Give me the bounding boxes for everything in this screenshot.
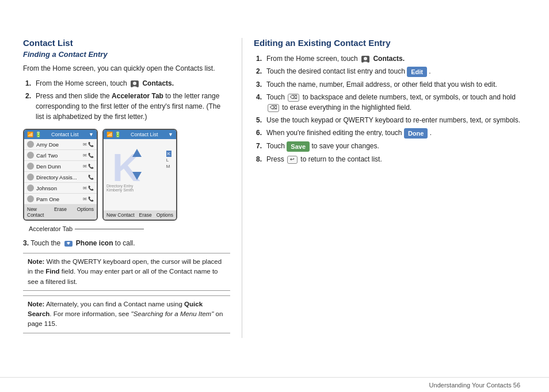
r-step6-period: . — [430, 129, 432, 137]
screens-area: 📶 🔋 Contact List ▼ Amy Doe ✉ 📞 Carl Two … — [23, 129, 230, 221]
r-step1-text-before: From the Home screen, touch — [266, 55, 360, 63]
avatar-2 — [27, 152, 34, 159]
r-step4-text-mid: to backspace and delete numbers, text, o… — [303, 93, 516, 101]
r-step7-text-after: to save your changes. — [311, 142, 379, 150]
left-sub-title: Finding a Contact Entry — [23, 50, 230, 59]
step1-text-before: From the Home screen, touch — [36, 79, 129, 87]
note1-text: With the QWERTY keyboard open, the curso… — [28, 258, 222, 285]
right-step-2: 2. Touch the desired contact list entry … — [254, 66, 526, 77]
note-box-2: Note: Alternately, you can find a Contac… — [23, 295, 230, 333]
avatar-6 — [27, 195, 34, 202]
right-step-num-1: 1. — [256, 53, 262, 64]
right-step-5: 5. Use the touch keypad or QWERTY keyboa… — [254, 115, 526, 125]
screen1-row-6: Pam One ✉ 📞 — [24, 194, 97, 205]
edit-button-inline: Edit — [407, 67, 427, 78]
r-step1-contacts-label: Contacts. — [373, 55, 405, 63]
r-step7-text-before: Touch — [266, 142, 287, 150]
screen1-row-4: Directory Assis... 📞 — [24, 172, 97, 183]
screen1-title: Contact List — [51, 132, 79, 137]
right-step-num-8: 8. — [256, 154, 262, 164]
screen1-btn-options: Options — [77, 206, 94, 218]
right-column: Editing an Existing Contact Entry 1. Fro… — [242, 38, 526, 338]
right-steps-list: 1. From the Home screen, touch Contacts.… — [254, 53, 526, 164]
step3-area: 3. Touch the Phone icon to call. — [23, 238, 230, 248]
right-step-4: 4. Touch ⌫ to backspace and delete numbe… — [254, 92, 526, 113]
screen1-bottom-bar: NewContact Erase Options — [24, 205, 97, 220]
left-steps-list: 1. From the Home screen, touch Contacts.… — [23, 78, 230, 122]
save-button-inline: Save — [287, 141, 310, 152]
right-step-num-2: 2. — [256, 66, 262, 76]
icons-6: ✉ 📞 — [83, 197, 94, 202]
right-step-3: 3. Touch the name, number, Email address… — [254, 79, 526, 90]
right-section-title: Editing an Existing Contact Entry — [254, 38, 526, 48]
r-contacts-icon-1 — [361, 55, 370, 64]
screen2-bottom-bar: New Contact Erase Options — [104, 210, 176, 220]
left-column: Contact List Finding a Contact Entry Fro… — [23, 38, 242, 338]
name-5: Johnson — [36, 185, 83, 191]
screen1-row-3: Den Dunn ✉ 📞 — [24, 161, 97, 172]
right-step-6: 6. When you're finished editing the entr… — [254, 128, 526, 139]
r-step4-text-before: Touch — [266, 93, 287, 101]
footer-text: Understanding Your Contacts 56 — [429, 382, 520, 389]
r-step6-text-before: When you're finished editing the entry, … — [266, 129, 404, 137]
right-step-num-3: 3. — [256, 79, 262, 90]
phone-screen-1: 📶 🔋 Contact List ▼ Amy Doe ✉ 📞 Carl Two … — [23, 129, 98, 221]
accelerator-tab-label: Accelerator Tab — [23, 225, 230, 232]
icons-3: ✉ 📞 — [83, 164, 94, 169]
name-2: Carl Two — [36, 152, 83, 159]
step3-num: 3. — [23, 239, 29, 247]
icons-1: ✉ 📞 — [83, 142, 94, 147]
step3-phone-icon-desc: Phone icon to call. — [76, 239, 135, 247]
note2-label: Note: — [28, 301, 44, 308]
r-step8-text-after: to return to the contact list. — [300, 155, 382, 163]
step-num-2: 2. — [25, 91, 31, 101]
right-step-8: 8. Press ↩ to return to the contact list… — [254, 154, 526, 164]
r-step2-period: . — [429, 67, 430, 75]
main-content: Contact List Finding a Contact Entry Fro… — [23, 38, 526, 338]
svg-point-16 — [364, 57, 367, 60]
r-step2-text: Touch the desired contact list entry and… — [266, 67, 407, 75]
step3-text-before: Touch the — [30, 239, 62, 247]
screen2-btn-new: New Contact — [106, 212, 135, 218]
avatar-1 — [27, 141, 34, 148]
backspace-icon-1: ⌫ — [288, 94, 299, 102]
arrow-down-indicator — [132, 171, 142, 181]
note2-text: Alternately, you can find a Contact name… — [28, 301, 223, 328]
phone-icon — [64, 240, 73, 248]
r-step8-text-before: Press — [266, 155, 286, 163]
right-step-num-5: 5. — [256, 115, 262, 125]
screen1-row-2: Carl Two ✉ 📞 — [24, 150, 97, 161]
footer-bar: Understanding Your Contacts 56 — [0, 377, 549, 392]
note-box-1: Note: With the QWERTY keyboard open, the… — [23, 253, 230, 291]
screen2-nav-icon: ▼ — [168, 132, 173, 137]
screen2-header: 📶 🔋 Contact List ▼ — [104, 130, 176, 139]
step2-text: Press and then slide the Accelerator Tab… — [36, 92, 220, 121]
done-button-inline: Done — [404, 128, 428, 139]
screen1-header: 📶 🔋 Contact List ▼ — [24, 130, 97, 139]
accel-line — [75, 229, 144, 229]
screen1-row-5: Johnson ✉ 📞 — [24, 183, 97, 194]
screen1-btn-erase: Erase — [54, 206, 67, 218]
left-intro-text: From the Home screen, you can quickly op… — [23, 63, 230, 74]
screen1-nav-icon: ▼ — [89, 132, 94, 137]
screen2-btn-erase: Erase — [139, 212, 152, 218]
icons-4: 📞 — [88, 175, 94, 180]
accel-tab-text: Accelerator Tab — [29, 225, 73, 232]
arrow-up-indicator — [132, 148, 142, 158]
right-step-num-6: 6. — [256, 128, 262, 138]
r-step5-text: Use the touch keypad or QWERTY keyboard … — [266, 116, 520, 124]
screen2-title: Contact List — [131, 132, 158, 137]
alpha-letter-l: L — [166, 157, 171, 163]
svg-point-13 — [133, 82, 136, 85]
alpha-letter-highlight-k: K — [166, 151, 171, 157]
screen1-status-icons: 📶 🔋 — [27, 132, 41, 137]
avatar-4 — [27, 174, 34, 180]
right-step-num-7: 7. — [256, 141, 262, 151]
note1-label: Note: — [28, 258, 44, 265]
name-3: Den Dunn — [36, 163, 83, 170]
right-step-num-4: 4. — [256, 92, 262, 102]
r-step4-text-after: to erase everything in the highlighted f… — [282, 103, 411, 112]
screen1-btn-new: NewContact — [27, 206, 44, 218]
icons-2: ✉ 📞 — [83, 153, 94, 158]
r-step3-text: Touch the name, number, Email address, o… — [266, 80, 497, 89]
